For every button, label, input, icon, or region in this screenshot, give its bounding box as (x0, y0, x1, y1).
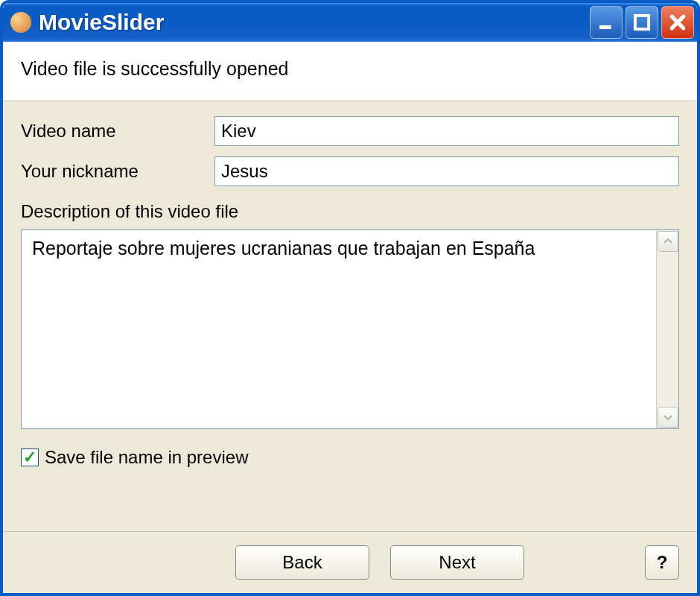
titlebar[interactable]: MovieSlider (3, 3, 697, 42)
video-name-row: Video name (21, 116, 679, 146)
close-icon (668, 13, 687, 32)
description-field[interactable]: Reportaje sobre mujeres ucranianas que t… (21, 229, 679, 429)
help-button[interactable]: ? (645, 545, 679, 580)
chevron-up-icon (664, 238, 672, 244)
app-icon (10, 12, 31, 33)
svg-rect-1 (635, 16, 649, 29)
save-filename-checkbox[interactable]: ✓ (21, 448, 39, 466)
back-button[interactable]: Back (235, 545, 369, 580)
close-button[interactable] (661, 6, 694, 39)
footer: Back Next ? (3, 531, 697, 593)
save-filename-row: ✓ Save file name in preview (21, 447, 679, 468)
check-icon: ✓ (23, 449, 36, 466)
minimize-button[interactable] (590, 6, 623, 39)
description-label: Description of this video file (21, 201, 679, 222)
next-button[interactable]: Next (390, 545, 524, 580)
scroll-up-button[interactable] (658, 231, 678, 252)
nickname-row: Your nickname (21, 156, 679, 186)
scroll-down-button[interactable] (658, 407, 678, 428)
nickname-input[interactable] (214, 156, 679, 186)
video-name-label: Video name (21, 121, 214, 142)
title-buttons (590, 6, 694, 39)
description-text[interactable]: Reportaje sobre mujeres ucranianas que t… (22, 230, 656, 428)
chevron-down-icon (664, 414, 672, 420)
content-area: Video name Your nickname Description of … (3, 101, 697, 531)
window-title: MovieSlider (39, 10, 590, 35)
maximize-button[interactable] (626, 6, 658, 39)
nickname-label: Your nickname (21, 161, 214, 182)
status-header: Video file is successfully opened (3, 42, 697, 101)
svg-rect-0 (599, 25, 611, 29)
minimize-icon (596, 13, 616, 32)
save-filename-label: Save file name in preview (45, 447, 248, 468)
scrollbar[interactable] (656, 230, 678, 428)
video-name-input[interactable] (214, 116, 679, 146)
app-window: MovieSlider Video file is successfully o… (0, 0, 700, 596)
status-text: Video file is successfully opened (21, 58, 679, 80)
maximize-icon (632, 13, 652, 32)
